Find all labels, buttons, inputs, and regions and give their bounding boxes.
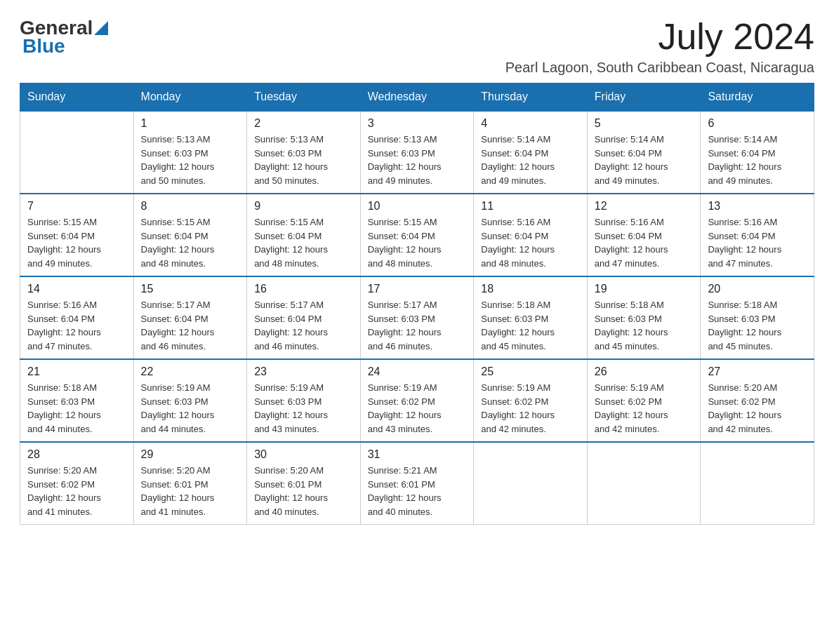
calendar-day-cell: 24Sunrise: 5:19 AM Sunset: 6:02 PM Dayli… [360, 359, 474, 442]
day-number: 24 [368, 365, 467, 378]
day-info: Sunrise: 5:19 AM Sunset: 6:03 PM Dayligh… [254, 381, 353, 436]
location-subtitle: Pearl Lagoon, South Caribbean Coast, Nic… [505, 60, 814, 76]
calendar-day-cell: 22Sunrise: 5:19 AM Sunset: 6:03 PM Dayli… [133, 359, 247, 442]
calendar-week-row: 7Sunrise: 5:15 AM Sunset: 6:04 PM Daylig… [20, 194, 814, 276]
calendar-day-header: Tuesday [247, 83, 361, 112]
calendar-day-header: Wednesday [360, 83, 474, 112]
day-number: 18 [481, 283, 580, 295]
calendar-day-cell: 26Sunrise: 5:19 AM Sunset: 6:02 PM Dayli… [587, 359, 701, 442]
calendar-day-cell: 4Sunrise: 5:14 AM Sunset: 6:04 PM Daylig… [474, 111, 588, 194]
calendar-day-cell: 19Sunrise: 5:18 AM Sunset: 6:03 PM Dayli… [587, 276, 701, 359]
day-info: Sunrise: 5:17 AM Sunset: 6:04 PM Dayligh… [254, 298, 353, 353]
day-number: 10 [368, 200, 467, 213]
day-info: Sunrise: 5:18 AM Sunset: 6:03 PM Dayligh… [595, 298, 694, 353]
day-number: 21 [27, 365, 126, 378]
calendar-day-cell: 23Sunrise: 5:19 AM Sunset: 6:03 PM Dayli… [247, 359, 361, 442]
calendar-day-cell: 13Sunrise: 5:16 AM Sunset: 6:04 PM Dayli… [701, 194, 814, 276]
day-info: Sunrise: 5:20 AM Sunset: 6:01 PM Dayligh… [141, 464, 240, 518]
day-number: 23 [254, 365, 353, 378]
title-section: July 2024 Pearl Lagoon, South Caribbean … [505, 17, 814, 76]
day-info: Sunrise: 5:19 AM Sunset: 6:03 PM Dayligh… [141, 381, 240, 436]
calendar-day-cell: 7Sunrise: 5:15 AM Sunset: 6:04 PM Daylig… [20, 194, 134, 276]
day-number: 15 [141, 283, 240, 295]
day-number: 2 [254, 117, 353, 130]
calendar-day-cell: 17Sunrise: 5:17 AM Sunset: 6:03 PM Dayli… [360, 276, 474, 359]
day-info: Sunrise: 5:20 AM Sunset: 6:01 PM Dayligh… [254, 464, 353, 518]
calendar-day-header: Thursday [474, 83, 588, 112]
calendar-day-cell: 6Sunrise: 5:14 AM Sunset: 6:04 PM Daylig… [701, 111, 814, 194]
calendar-day-cell: 8Sunrise: 5:15 AM Sunset: 6:04 PM Daylig… [133, 194, 247, 276]
day-info: Sunrise: 5:13 AM Sunset: 6:03 PM Dayligh… [368, 133, 467, 187]
calendar-day-cell [20, 111, 134, 194]
day-info: Sunrise: 5:18 AM Sunset: 6:03 PM Dayligh… [481, 298, 580, 353]
day-number: 26 [595, 365, 694, 378]
calendar-header-row: SundayMondayTuesdayWednesdayThursdayFrid… [20, 83, 814, 112]
page-header: General Blue July 2024 Pearl Lagoon, Sou… [20, 17, 814, 76]
day-number: 12 [595, 200, 694, 213]
calendar-day-header: Sunday [20, 83, 134, 112]
calendar-day-header: Saturday [701, 83, 814, 112]
logo-blue-text: Blue [22, 35, 65, 58]
calendar-week-row: 14Sunrise: 5:16 AM Sunset: 6:04 PM Dayli… [20, 276, 814, 359]
calendar-day-cell: 3Sunrise: 5:13 AM Sunset: 6:03 PM Daylig… [360, 111, 474, 194]
calendar-day-cell: 20Sunrise: 5:18 AM Sunset: 6:03 PM Dayli… [701, 276, 814, 359]
day-number: 9 [254, 200, 353, 213]
calendar-day-cell: 10Sunrise: 5:15 AM Sunset: 6:04 PM Dayli… [360, 194, 474, 276]
day-number: 19 [595, 283, 694, 295]
calendar-day-cell: 11Sunrise: 5:16 AM Sunset: 6:04 PM Dayli… [474, 194, 588, 276]
calendar-day-cell [587, 442, 701, 525]
logo: General Blue [20, 17, 108, 58]
calendar-day-cell: 27Sunrise: 5:20 AM Sunset: 6:02 PM Dayli… [701, 359, 814, 442]
day-info: Sunrise: 5:16 AM Sunset: 6:04 PM Dayligh… [481, 215, 580, 270]
day-info: Sunrise: 5:15 AM Sunset: 6:04 PM Dayligh… [368, 215, 467, 270]
day-number: 16 [254, 283, 353, 295]
day-number: 8 [141, 200, 240, 213]
day-info: Sunrise: 5:14 AM Sunset: 6:04 PM Dayligh… [595, 133, 694, 187]
calendar-day-cell [474, 442, 588, 525]
calendar-week-row: 21Sunrise: 5:18 AM Sunset: 6:03 PM Dayli… [20, 359, 814, 442]
day-info: Sunrise: 5:14 AM Sunset: 6:04 PM Dayligh… [481, 133, 580, 187]
calendar-day-cell: 2Sunrise: 5:13 AM Sunset: 6:03 PM Daylig… [247, 111, 361, 194]
day-number: 29 [141, 448, 240, 461]
calendar-table: SundayMondayTuesdayWednesdayThursdayFrid… [20, 83, 814, 525]
day-info: Sunrise: 5:19 AM Sunset: 6:02 PM Dayligh… [368, 381, 467, 436]
calendar-day-header: Friday [587, 83, 701, 112]
day-info: Sunrise: 5:21 AM Sunset: 6:01 PM Dayligh… [368, 464, 467, 518]
day-info: Sunrise: 5:14 AM Sunset: 6:04 PM Dayligh… [708, 133, 807, 187]
day-number: 14 [27, 283, 126, 295]
day-info: Sunrise: 5:15 AM Sunset: 6:04 PM Dayligh… [254, 215, 353, 270]
calendar-day-cell: 21Sunrise: 5:18 AM Sunset: 6:03 PM Dayli… [20, 359, 134, 442]
day-number: 13 [708, 200, 807, 213]
day-number: 1 [141, 117, 240, 130]
month-year-title: July 2024 [505, 17, 814, 57]
calendar-day-cell: 29Sunrise: 5:20 AM Sunset: 6:01 PM Dayli… [133, 442, 247, 525]
calendar-day-cell: 16Sunrise: 5:17 AM Sunset: 6:04 PM Dayli… [247, 276, 361, 359]
day-info: Sunrise: 5:20 AM Sunset: 6:02 PM Dayligh… [27, 464, 126, 518]
calendar-day-cell: 25Sunrise: 5:19 AM Sunset: 6:02 PM Dayli… [474, 359, 588, 442]
day-info: Sunrise: 5:19 AM Sunset: 6:02 PM Dayligh… [481, 381, 580, 436]
day-info: Sunrise: 5:13 AM Sunset: 6:03 PM Dayligh… [254, 133, 353, 187]
day-info: Sunrise: 5:16 AM Sunset: 6:04 PM Dayligh… [27, 298, 126, 353]
day-number: 5 [595, 117, 694, 130]
calendar-week-row: 28Sunrise: 5:20 AM Sunset: 6:02 PM Dayli… [20, 442, 814, 525]
day-info: Sunrise: 5:18 AM Sunset: 6:03 PM Dayligh… [708, 298, 807, 353]
calendar-day-cell: 28Sunrise: 5:20 AM Sunset: 6:02 PM Dayli… [20, 442, 134, 525]
calendar-day-cell: 14Sunrise: 5:16 AM Sunset: 6:04 PM Dayli… [20, 276, 134, 359]
calendar-day-cell [701, 442, 814, 525]
calendar-day-cell: 15Sunrise: 5:17 AM Sunset: 6:04 PM Dayli… [133, 276, 247, 359]
day-number: 30 [254, 448, 353, 461]
calendar-day-cell: 9Sunrise: 5:15 AM Sunset: 6:04 PM Daylig… [247, 194, 361, 276]
day-info: Sunrise: 5:15 AM Sunset: 6:04 PM Dayligh… [141, 215, 240, 270]
day-info: Sunrise: 5:16 AM Sunset: 6:04 PM Dayligh… [595, 215, 694, 270]
calendar-day-cell: 31Sunrise: 5:21 AM Sunset: 6:01 PM Dayli… [360, 442, 474, 525]
day-info: Sunrise: 5:17 AM Sunset: 6:03 PM Dayligh… [368, 298, 467, 353]
calendar-week-row: 1Sunrise: 5:13 AM Sunset: 6:03 PM Daylig… [20, 111, 814, 194]
day-info: Sunrise: 5:16 AM Sunset: 6:04 PM Dayligh… [708, 215, 807, 270]
day-number: 11 [481, 200, 580, 213]
calendar-day-cell: 12Sunrise: 5:16 AM Sunset: 6:04 PM Dayli… [587, 194, 701, 276]
day-number: 3 [368, 117, 467, 130]
day-number: 31 [368, 448, 467, 461]
day-number: 17 [368, 283, 467, 295]
day-number: 4 [481, 117, 580, 130]
day-number: 27 [708, 365, 807, 378]
